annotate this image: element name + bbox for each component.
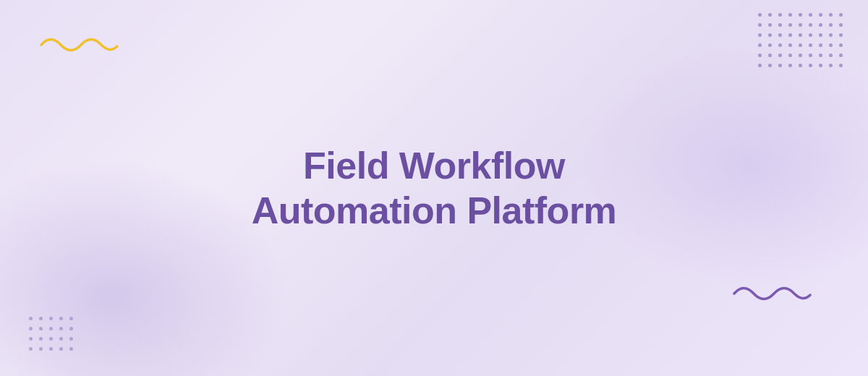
wave-bottom-right-decoration <box>731 279 810 311</box>
background: (function() { const container = document… <box>0 0 868 376</box>
page-title: Field Workflow Automation Platform <box>252 143 617 234</box>
wave-top-left-decoration <box>38 30 117 62</box>
dots-top-right-decoration: (function() { const container = document… <box>758 13 846 71</box>
dots-bottom-left-decoration: (function() { const container = document… <box>29 317 77 354</box>
hero-title-container: Field Workflow Automation Platform <box>252 143 617 234</box>
title-line-1: Field Workflow <box>303 145 565 187</box>
title-line-2: Automation Platform <box>252 189 617 231</box>
blob-center-right <box>579 43 868 289</box>
